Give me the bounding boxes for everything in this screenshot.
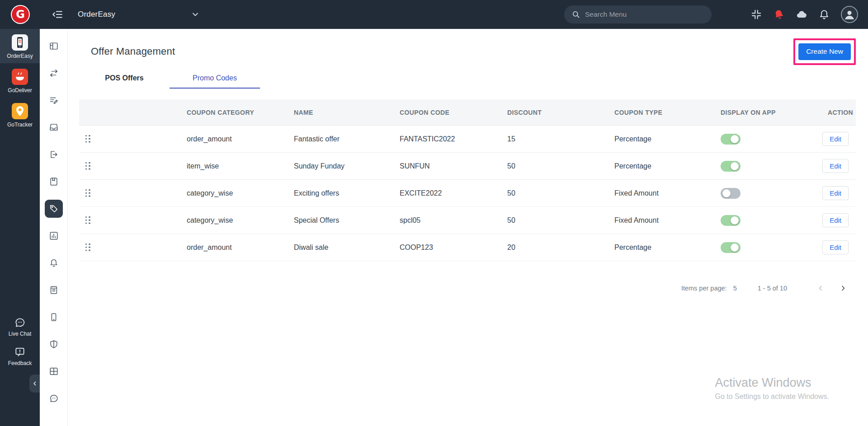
header-action: ACTION xyxy=(809,109,856,116)
display-on-app-toggle[interactable] xyxy=(721,161,741,172)
next-page-button[interactable] xyxy=(834,279,852,297)
godeliver-app-icon xyxy=(12,69,28,85)
cell-coupon-category: item_wise xyxy=(187,162,294,170)
nav-icon-transfers[interactable] xyxy=(45,64,63,82)
nav-icon-logout[interactable] xyxy=(45,145,63,164)
cell-coupon-code: SUNFUN xyxy=(400,162,507,170)
drag-indicator-icon xyxy=(85,189,90,197)
topbar: G OrderEasy xyxy=(0,0,868,29)
nav-icon-catalog[interactable] xyxy=(45,281,63,299)
page-header: Offer Management Create New xyxy=(79,40,856,63)
cell-coupon-type: Percentage xyxy=(614,135,721,143)
nav-icon-inbox[interactable] xyxy=(45,118,63,136)
sidebar-item-gotracker[interactable]: GoTracker xyxy=(0,98,40,132)
app-switcher[interactable]: OrderEasy xyxy=(78,10,200,19)
nav-icon-reports[interactable] xyxy=(45,227,63,245)
tab-promo-codes[interactable]: Promo Codes xyxy=(170,69,260,89)
sidebar-collapse-button[interactable] xyxy=(29,375,40,393)
feedback-icon xyxy=(14,346,26,358)
drag-handle[interactable] xyxy=(79,216,187,224)
nav-icon-support-chat[interactable] xyxy=(45,389,63,407)
create-new-button[interactable]: Create New xyxy=(798,43,851,60)
sidebar-item-ordereasy[interactable]: OrderEasy xyxy=(0,29,40,63)
cell-coupon-category: category_wise xyxy=(187,216,294,225)
edit-button[interactable]: Edit xyxy=(822,186,849,200)
edit-button[interactable]: Edit xyxy=(822,240,849,254)
toggle-knob xyxy=(722,189,731,197)
drag-indicator-icon xyxy=(85,162,90,170)
pagination-range: 1 - 5 of 10 xyxy=(758,285,787,292)
sidebar-item-label: Feedback xyxy=(8,360,32,366)
sidebar-item-godeliver[interactable]: GoDeliver xyxy=(0,63,40,98)
nav-icon-dashboard[interactable] xyxy=(45,37,63,55)
drag-handle[interactable] xyxy=(79,162,187,170)
app-sidebar: OrderEasy GoDeliver GoTr xyxy=(0,29,40,426)
search-input[interactable] xyxy=(585,10,704,19)
cell-coupon-type: Percentage xyxy=(614,162,721,170)
cell-coupon-type: Percentage xyxy=(614,243,721,252)
header-coupon-type: COUPON TYPE xyxy=(614,109,721,116)
header-name: NAME xyxy=(294,109,400,116)
profile-icon xyxy=(842,7,857,22)
avatar[interactable] xyxy=(841,6,858,23)
drag-handle[interactable] xyxy=(79,135,187,143)
cloud-sync-icon[interactable] xyxy=(796,9,807,20)
nav-icon-orders[interactable] xyxy=(45,91,63,109)
edit-button[interactable]: Edit xyxy=(822,159,849,173)
display-on-app-toggle[interactable] xyxy=(721,242,741,253)
brand-logo: G xyxy=(11,5,30,24)
annotation-highlight: Create New xyxy=(793,38,856,65)
notifications-icon[interactable] xyxy=(818,9,830,20)
search-bar[interactable] xyxy=(564,5,712,23)
nav-icon-offers[interactable] xyxy=(45,200,63,218)
sidebar-tools: Live Chat Feedback xyxy=(0,312,40,371)
edit-button[interactable]: Edit xyxy=(822,132,849,146)
exit-fullscreen-icon[interactable] xyxy=(750,9,762,20)
display-on-app-toggle[interactable] xyxy=(721,134,741,145)
sidebar-item-feedback[interactable]: Feedback xyxy=(0,342,40,371)
cell-name: Diwali sale xyxy=(294,243,400,252)
cell-discount: 50 xyxy=(507,162,614,170)
sidebar-toggle-icon[interactable] xyxy=(52,9,63,20)
cell-name: Sunday Funday xyxy=(294,162,400,170)
table-header-row: COUPON CATEGORY NAME COUPON CODE DISCOUN… xyxy=(79,99,856,126)
chevron-down-icon[interactable] xyxy=(191,10,200,19)
chevron-left-icon xyxy=(31,380,38,387)
sidebar-spacer xyxy=(0,132,40,312)
nav-icon-menu-book[interactable] xyxy=(45,173,63,191)
sidebar-item-label: GoTracker xyxy=(7,122,33,128)
edit-button[interactable]: Edit xyxy=(822,213,849,227)
chevron-left-icon xyxy=(816,284,825,293)
sidebar-item-label: OrderEasy xyxy=(7,53,33,59)
items-per-page-select[interactable]: Items per page: 5 xyxy=(681,285,737,292)
header-coupon-code: COUPON CODE xyxy=(400,109,507,116)
nav-icon-layout[interactable] xyxy=(45,362,63,380)
cell-name: Special Offers xyxy=(294,216,400,225)
watermark-subtitle: Go to Settings to activate Windows. xyxy=(715,393,829,401)
cell-discount: 15 xyxy=(507,135,614,143)
cell-name: Fantastic offer xyxy=(294,135,400,143)
live-chat-icon xyxy=(14,317,26,328)
display-on-app-toggle[interactable] xyxy=(721,188,741,199)
nav-icon-alerts[interactable] xyxy=(45,254,63,272)
app-root: G OrderEasy xyxy=(0,0,868,426)
previous-page-button[interactable] xyxy=(811,279,830,297)
tab-pos-offers[interactable]: POS Offers xyxy=(79,69,170,89)
cell-discount: 20 xyxy=(507,243,614,252)
toggle-knob xyxy=(731,162,739,170)
windows-activation-watermark: Activate Windows Go to Settings to activ… xyxy=(715,376,829,401)
sidebar-item-label: Live Chat xyxy=(9,331,32,337)
header-discount: DISCOUNT xyxy=(507,109,614,116)
gotracker-app-icon xyxy=(12,103,28,119)
table-row: category_wise Special Offers spcl05 50 F… xyxy=(79,207,856,234)
announcements-icon[interactable] xyxy=(773,9,785,20)
display-on-app-toggle[interactable] xyxy=(721,215,741,226)
cell-name: Exciting offers xyxy=(294,189,400,197)
nav-icon-security[interactable] xyxy=(45,335,63,353)
sidebar-item-live-chat[interactable]: Live Chat xyxy=(0,312,40,342)
nav-icon-mobile-app[interactable] xyxy=(45,308,63,326)
drag-handle[interactable] xyxy=(79,189,187,197)
table-row: category_wise Exciting offers EXCITE2022… xyxy=(79,180,856,207)
drag-handle[interactable] xyxy=(79,243,187,251)
shell: OrderEasy GoDeliver GoTr xyxy=(0,29,868,426)
